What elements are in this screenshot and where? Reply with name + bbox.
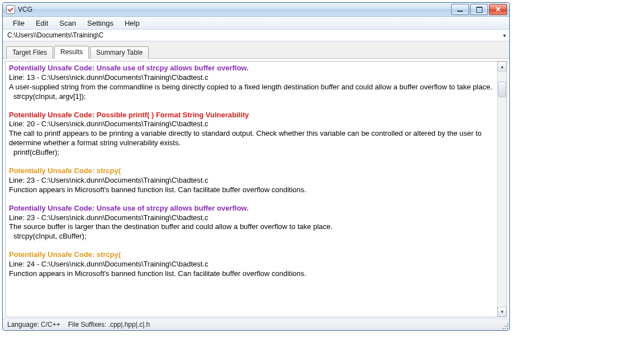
finding-line: Line: 24 - C:\Users\nick.dunn\Documents\… [9, 260, 494, 269]
minimize-icon [457, 11, 463, 12]
menubar: File Edit Scan Settings Help [3, 17, 509, 30]
tab-results[interactable]: Results [54, 46, 89, 59]
scroll-down-button[interactable]: ▾ [498, 307, 506, 317]
finding-title: Potentially Unsafe Code: Unsafe use of s… [9, 204, 494, 213]
close-button[interactable]: ✕ [489, 4, 507, 15]
finding-item: Potentially Unsafe Code: strcpy(Line: 23… [9, 166, 494, 195]
finding-line: Line: 23 - C:\Users\nick.dunn\Documents\… [9, 213, 494, 223]
finding-line: Line: 23 - C:\Users\nick.dunn\Documents\… [9, 176, 494, 185]
window-title: VCG [18, 6, 450, 13]
finding-item: Potentially Unsafe Code: Possible printf… [9, 111, 494, 158]
titlebar[interactable]: VCG ✕ [3, 3, 509, 17]
finding-description: Function appears in Microsoft's banned f… [9, 185, 494, 195]
finding-line: Line: 20 - C:\Users\nick.dunn\Documents\… [9, 120, 494, 129]
results-pane[interactable]: Potentially Unsafe Code: Unsafe use of s… [6, 61, 497, 317]
menu-scan[interactable]: Scan [54, 18, 82, 28]
app-window: VCG ✕ File Edit Scan Settings Help ▾ Tar… [2, 2, 510, 331]
scroll-thumb[interactable] [498, 82, 506, 97]
menu-help[interactable]: Help [119, 18, 145, 28]
maximize-button[interactable] [470, 4, 488, 15]
status-suffixes: File Suffixes: .cpp|.hpp|.c|.h [68, 321, 150, 328]
status-language: Language: C/C++ [7, 321, 60, 328]
window-controls: ✕ [450, 4, 507, 15]
finding-title: Potentially Unsafe Code: strcpy( [9, 166, 494, 176]
path-bar: ▾ [3, 30, 509, 41]
finding-code: strcpy(cInput, argv[1]); [9, 92, 494, 102]
finding-description: The call to printf appears to be printin… [9, 129, 494, 148]
results-frame: Potentially Unsafe Code: Unsafe use of s… [5, 61, 507, 317]
tabstrip: Target Files Results Summary Table [3, 41, 509, 59]
path-input[interactable] [6, 31, 500, 40]
menu-edit[interactable]: Edit [30, 18, 54, 28]
finding-title: Potentially Unsafe Code: Possible printf… [9, 111, 494, 120]
finding-description: Function appears in Microsoft's banned f… [9, 269, 494, 279]
app-icon [6, 5, 15, 14]
finding-item: Potentially Unsafe Code: strcpy(Line: 24… [9, 250, 494, 279]
path-dropdown-arrow-icon[interactable]: ▾ [500, 32, 508, 39]
finding-item: Potentially Unsafe Code: Unsafe use of s… [9, 204, 494, 242]
vertical-scrollbar[interactable]: ▴ ▾ [497, 61, 506, 317]
maximize-icon [476, 7, 482, 13]
finding-title: Potentially Unsafe Code: Unsafe use of s… [9, 64, 494, 73]
finding-item: Potentially Unsafe Code: Unsafe use of s… [9, 64, 494, 102]
resize-grip-icon[interactable] [501, 322, 508, 329]
scroll-up-button[interactable]: ▴ [498, 61, 506, 72]
finding-title: Potentially Unsafe Code: strcpy( [9, 250, 494, 260]
finding-description: The source buffer is larger than the des… [9, 222, 494, 232]
scroll-track[interactable] [498, 72, 506, 307]
finding-code: printf(cBuffer); [9, 148, 494, 158]
finding-line: Line: 13 - C:\Users\nick.dunn\Documents\… [9, 73, 494, 83]
close-icon: ✕ [495, 6, 501, 13]
tab-target-files[interactable]: Target Files [6, 46, 53, 59]
finding-code: strcpy(cInput, cBuffer); [9, 232, 494, 241]
minimize-button[interactable] [451, 4, 469, 15]
tab-summary-table[interactable]: Summary Table [90, 46, 149, 59]
menu-settings[interactable]: Settings [82, 18, 119, 28]
finding-description: A user-supplied string from the commandl… [9, 83, 494, 92]
menu-file[interactable]: File [7, 18, 30, 28]
statusbar: Language: C/C++ File Suffixes: .cpp|.hpp… [3, 318, 509, 330]
